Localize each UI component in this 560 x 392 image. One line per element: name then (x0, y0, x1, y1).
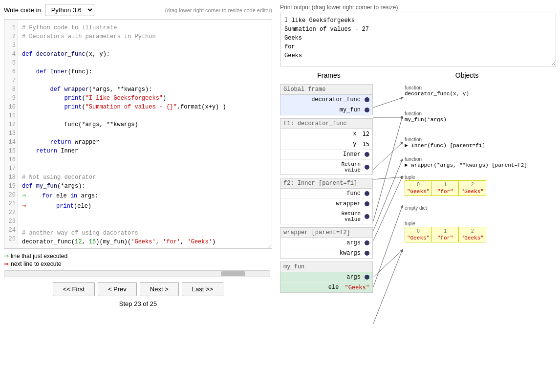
toolbar: Write code in Python 3.6 Python 2.7 Java… (4, 4, 272, 16)
tuple-idx: 1 (434, 182, 456, 187)
code-line: def decorator_func(x, y): (22, 50, 268, 59)
first-button[interactable]: << First (53, 282, 95, 296)
language-select[interactable]: Python 3.6 Python 2.7 Java C++ (45, 4, 94, 16)
frame-row: my_fun (280, 105, 372, 115)
code-line (22, 111, 268, 120)
code-line: def Inner(func): (22, 67, 268, 76)
frame-row: Returnvalue (280, 209, 372, 224)
code-line: # another way of using dacorators (22, 229, 268, 238)
code-editor[interactable]: 12345 678910 1112131415 1617181920 21222… (4, 19, 272, 249)
frame-row: args (280, 272, 372, 283)
obj-label: function (405, 156, 527, 162)
green-legend-text: line that just executed (11, 253, 67, 260)
frame-var: Returnvalue (283, 211, 365, 222)
frame-row: func (280, 189, 372, 199)
legend-red: ⇒ next line to execute (4, 261, 272, 267)
left-panel: Write code in Python 3.6 Python 2.7 Java… (0, 0, 276, 392)
line-numbers: 12345 678910 1112131415 1617181920 21222… (4, 20, 18, 248)
frame-dot (365, 240, 369, 245)
obj-label: function (405, 137, 485, 142)
frame-var: kwargs (283, 250, 365, 257)
svg-line-8 (373, 206, 402, 287)
tuple-idx: 2 (461, 228, 484, 234)
frame-var: args (283, 240, 365, 246)
code-line-21: ⇒ print(ele) (22, 201, 268, 211)
objects-column: function decorator_func(x, y) function m… (375, 84, 556, 388)
tuple-cell: 0 "Geeks" (405, 181, 432, 196)
frame-var: y (283, 141, 361, 148)
code-line (22, 155, 268, 164)
frame-var: Inner (283, 151, 365, 158)
svg-line-2 (373, 143, 402, 170)
code-line-20: ⇒ for ele in args: (22, 191, 268, 201)
frame-row: decorator_func (280, 95, 372, 105)
tuple-cell: 1 "for" (432, 227, 459, 242)
f2-frame-title: f2: Inner [parent=f1] (280, 178, 372, 189)
scrollbar-thumb[interactable] (221, 271, 245, 276)
tuple-val: "Geeks" (461, 189, 484, 195)
f1-frame-title: f1: decorator_func (280, 119, 372, 129)
code-content[interactable]: # Python code to illustrate # Decorators… (18, 20, 272, 248)
code-line (22, 220, 268, 229)
code-line (22, 129, 268, 138)
frame-row: ele "Geeks" (280, 283, 372, 292)
func-obj-4: function ► wrapper(*args, **kwargs) [par… (405, 156, 527, 168)
next-button[interactable]: Next > (140, 282, 179, 296)
obj-func: ► wrapper(*args, **kwargs) [parent=f2] (405, 162, 527, 168)
frame-row: wrapper (280, 199, 372, 209)
prev-button[interactable]: < Prev (98, 282, 137, 296)
svg-line-3 (373, 177, 402, 179)
tuple-idx: 2 (461, 182, 484, 187)
code-line: decorator_func(12, 15)(my_fun)('Geeks', … (22, 238, 268, 246)
frame-dot (365, 251, 369, 256)
tuple-obj-2: tuple 0 "Geeks" 1 "for" 2 (405, 221, 486, 242)
frame-dot (365, 214, 369, 219)
code-line (22, 164, 268, 173)
code-line: # Python code to illustrate (22, 23, 268, 32)
frame-value: 12 (361, 131, 369, 137)
nav-buttons: << First < Prev Next > Last >> (4, 282, 272, 296)
tuple-cell: 2 "Geeks" (459, 227, 486, 242)
frame-row: Inner (280, 150, 372, 160)
tuple-idx: 1 (434, 228, 456, 234)
myfun-frame-title: my_fun (280, 262, 372, 272)
obj-func: decorator_func(x, y) (405, 91, 469, 97)
tuple-val: "Geeks" (407, 189, 430, 195)
scrollbar-track[interactable] (4, 270, 270, 277)
obj-label: tuple (405, 221, 486, 226)
obj-label: function (405, 85, 469, 90)
code-line (22, 76, 268, 85)
frame-dot (365, 165, 369, 170)
right-panel: Print output (drag lower right corner to… (276, 0, 560, 392)
global-frame-title: Global frame (280, 85, 372, 95)
scrollbar-row[interactable] (4, 270, 272, 277)
frame-row: y 15 (280, 139, 372, 150)
last-button[interactable]: Last >> (182, 282, 223, 296)
code-line: print("I like Geeksforgeeks") (22, 94, 268, 103)
frames-header: Frames (280, 71, 378, 79)
frame-value: 15 (361, 141, 369, 148)
red-arrow-icon: ⇒ (22, 201, 26, 211)
frame-row: args (280, 238, 372, 248)
code-line: # Not using decorator (22, 173, 268, 182)
func-obj-1: function decorator_func(x, y) (405, 85, 469, 97)
frame-dot (365, 275, 369, 280)
svg-line-7 (373, 250, 402, 277)
f1-frame: f1: decorator_func x 12 y 15 Inner (280, 118, 373, 175)
frame-var: decorator_func (283, 96, 365, 103)
frame-row: Returnvalue (280, 160, 372, 174)
tuple-cell: 1 "for" (432, 181, 459, 196)
green-arrow-icon: ⇒ (22, 191, 26, 201)
output-box[interactable]: I like Geeksforgeeks Summation of values… (280, 13, 556, 66)
code-line (22, 211, 268, 220)
frame-var: x (283, 131, 361, 137)
frame-var: func (283, 190, 365, 197)
obj-label: empty dict (405, 205, 427, 211)
tuple-idx: 0 (407, 182, 430, 187)
func-obj-2: function my_fun(*args) (405, 111, 447, 123)
code-line: return wrapper (22, 138, 268, 147)
frame-var: my_fun (283, 107, 365, 113)
tuple-val: "Geeks" (407, 235, 430, 241)
legend: ⇒ line that just executed ⇒ next line to… (4, 253, 272, 267)
legend-green: ⇒ line that just executed (4, 253, 272, 260)
